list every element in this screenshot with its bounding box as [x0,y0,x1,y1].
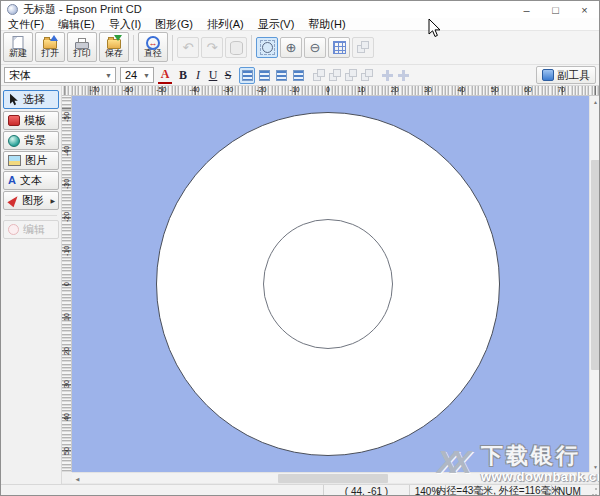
menu-edit[interactable]: 编辑(E) [51,18,102,30]
underline-button[interactable]: U [206,67,220,84]
sidebar-item-background[interactable]: 背景 [3,131,59,150]
sidebar-item-label: 图形 [22,193,44,208]
close-button[interactable]: × [570,1,599,18]
sidebar-item-label: 模板 [24,113,46,128]
text-vertical-button[interactable] [256,67,272,84]
grid-button[interactable] [328,37,350,58]
toolbar-separator [251,35,252,61]
font-color-icon: A [161,67,170,82]
menu-view[interactable]: 显示(V) [251,18,302,30]
send-backward-icon [361,69,374,82]
horizontal-scroll-thumb[interactable] [278,474,388,483]
text-arc-outer-icon [276,70,287,81]
send-back-icon [329,69,342,82]
sidebar-item-label: 图片 [25,153,47,168]
strikethrough-button[interactable]: S [221,67,235,84]
new-button[interactable]: 新建 [3,32,33,62]
zoom-in-button[interactable]: ⊕ [280,37,302,58]
redo-icon: ↷ [207,40,218,55]
ruler-label: -20 [63,212,71,222]
text-arc-inner-icon [293,70,304,81]
sidebar-item-label: 文本 [20,173,42,188]
underline-icon: U [209,68,218,83]
center-vertical-button[interactable] [395,67,411,84]
menu-import[interactable]: 导入(I) [102,18,148,30]
maximize-button[interactable]: □ [541,1,570,18]
save-button[interactable]: 保存 [99,32,129,62]
vertical-scrollbar[interactable]: ▲ ▼ [589,96,600,472]
sidebar-item-graphics[interactable]: 图形 ▶ [3,191,59,210]
horizontal-scrollbar[interactable]: ◀ ▶ [72,472,589,483]
menu-file[interactable]: 文件(F) [1,18,51,30]
app-icon [7,4,18,15]
send-backward-button[interactable] [359,67,375,84]
font-size-value: 24 [125,69,137,81]
bold-icon: B [179,68,187,83]
scroll-down-icon[interactable]: ▼ [590,461,600,472]
bring-forward-button[interactable] [343,67,359,84]
subtools-button[interactable]: 副工具 [536,66,596,84]
preview-button[interactable] [352,37,374,58]
redo-button[interactable]: ↷ [201,37,223,58]
menu-graphics[interactable]: 图形(G) [148,18,200,30]
menu-help[interactable]: 帮助(H) [301,18,352,30]
sidebar-item-select[interactable]: 选择 [3,90,59,109]
template-icon [8,115,20,126]
sidebar-item-label: 编辑 [23,222,45,237]
bring-front-button[interactable] [311,67,327,84]
zoom-out-button[interactable]: ⊖ [304,37,326,58]
print-button[interactable]: 打印 [67,32,97,62]
vertical-scroll-thumb[interactable] [591,160,600,370]
cd-disc[interactable] [156,112,500,456]
font-size-select[interactable]: 24 ▼ [120,67,154,83]
diameter-icon [146,36,160,50]
text-arc-outer-button[interactable] [273,67,289,84]
save-icon [107,39,121,49]
ruler-label: -30 [63,179,71,189]
bold-button[interactable]: B [176,67,190,84]
font-toolbar: 宋体 ▼ 24 ▼ A B I U S [1,65,599,86]
new-document-icon [13,36,24,49]
italic-button[interactable]: I [191,67,205,84]
picture-icon [8,155,21,166]
send-back-button[interactable] [327,67,343,84]
undo-button[interactable]: ↶ [177,37,199,58]
minimize-button[interactable]: – [512,1,541,18]
open-button[interactable]: 打开 [35,32,65,62]
ruler-label: -10 [290,86,300,94]
scroll-up-icon[interactable]: ▲ [590,96,600,107]
ruler-label: 20 [391,86,399,94]
ruler-label: -40 [190,86,200,94]
font-family-select[interactable]: 宋体 ▼ [4,67,116,83]
resize-grip[interactable] [588,487,598,496]
sidebar-item-text[interactable]: A 文本 [3,171,59,190]
chevron-down-icon: ▼ [140,72,153,79]
ruler-label: 0 [63,282,71,286]
pen-icon [7,194,20,208]
fit-view-button[interactable] [256,37,278,58]
title-bar[interactable]: 无标题 - Epson Print CD – □ × [1,1,599,18]
text-arc-inner-button[interactable] [290,67,306,84]
text-horizontal-button[interactable] [239,67,255,84]
sidebar-item-template[interactable]: 模板 [3,111,59,130]
status-coordinates: ( 44, -61 ) [323,485,409,496]
ruler-label: 60 [524,86,532,94]
grid-icon [333,41,346,54]
ruler-label: 40 [457,86,465,94]
sidebar-item-edit[interactable]: 编辑 [3,220,59,239]
subtools-icon [542,69,554,81]
menu-arrange[interactable]: 排列(A) [200,18,251,30]
repeat-button[interactable] [225,37,247,58]
cd-hub-circle[interactable] [263,219,393,349]
center-horizontal-button[interactable] [379,67,395,84]
canvas[interactable] [72,96,589,472]
toolbar-separator [172,35,173,61]
ruler-label: -50 [63,112,71,122]
font-color-button[interactable]: A [158,67,172,84]
sidebar-item-picture[interactable]: 图片 [3,151,59,170]
toolbar-separator [133,35,134,61]
scrollbar-corner [589,472,600,483]
text-vertical-icon [259,70,270,81]
diameter-button[interactable]: 直径 [138,32,168,62]
repeat-icon [230,41,243,55]
